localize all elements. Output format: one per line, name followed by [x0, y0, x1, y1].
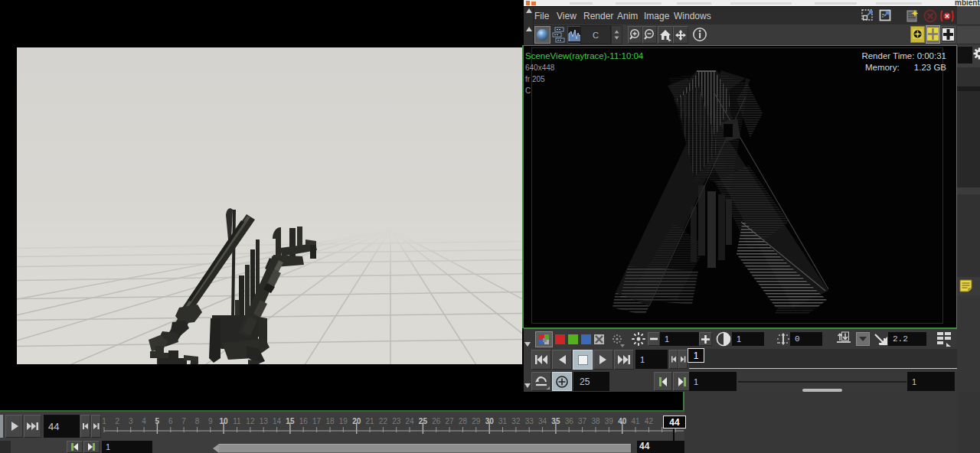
svg-text:3: 3: [129, 417, 133, 425]
svg-text:2: 2: [116, 417, 120, 425]
svg-text:23: 23: [392, 417, 401, 425]
svg-text:9: 9: [208, 417, 213, 425]
svg-text:6: 6: [168, 417, 173, 425]
svg-text:26: 26: [432, 417, 441, 425]
svg-text:21: 21: [365, 417, 374, 425]
svg-text:4: 4: [142, 417, 146, 425]
svg-text:1: 1: [102, 417, 106, 425]
svg-text:27: 27: [446, 417, 455, 425]
svg-text:31: 31: [498, 417, 508, 425]
svg-text:28: 28: [459, 417, 468, 425]
svg-text:7: 7: [181, 417, 186, 425]
svg-text:41: 41: [631, 417, 640, 425]
svg-text:22: 22: [379, 417, 388, 425]
svg-text:37: 37: [578, 417, 587, 425]
svg-text:29: 29: [472, 417, 481, 425]
svg-text:38: 38: [591, 417, 600, 425]
svg-text:14: 14: [273, 417, 282, 425]
svg-text:33: 33: [525, 417, 534, 425]
svg-text:17: 17: [312, 417, 322, 425]
svg-text:18: 18: [325, 417, 335, 425]
svg-text:16: 16: [299, 417, 309, 425]
svg-text:12: 12: [246, 417, 255, 425]
svg-text:8: 8: [195, 417, 200, 425]
svg-text:34: 34: [538, 417, 547, 425]
svg-text:13: 13: [260, 417, 269, 425]
svg-text:36: 36: [565, 417, 574, 425]
svg-text:42: 42: [645, 417, 654, 425]
svg-text:32: 32: [511, 417, 521, 425]
svg-text:39: 39: [605, 417, 614, 425]
svg-text:19: 19: [339, 417, 348, 425]
svg-text:24: 24: [405, 417, 414, 425]
svg-text:11: 11: [233, 417, 241, 425]
